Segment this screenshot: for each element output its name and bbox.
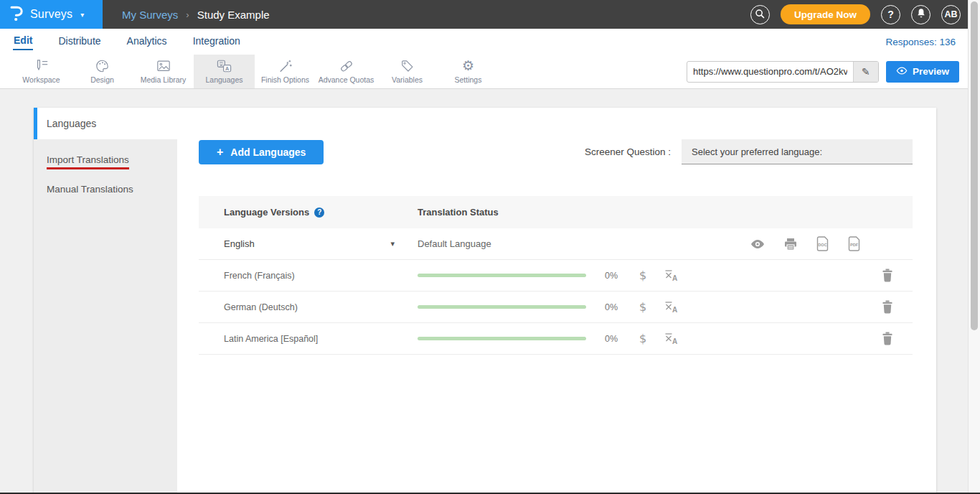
toolbar-label: Variables [392, 75, 423, 84]
breadcrumb-current: Study Example [197, 9, 270, 21]
pencil-icon: ✎ [862, 66, 870, 78]
vertical-scrollbar[interactable] [968, 0, 980, 494]
screener-question-group: Screener Question : Select your preferre… [585, 139, 913, 164]
svg-text:A: A [225, 65, 230, 72]
upgrade-now-button[interactable]: Upgrade Now [781, 4, 870, 24]
translation-progress-bar [418, 274, 586, 277]
translation-percent: 0% [605, 271, 625, 281]
language-name: French (Français) [224, 271, 295, 281]
default-language-name: English [224, 238, 255, 249]
table-header: Language Versions ? Translation Status [199, 196, 913, 228]
default-language-status: Default Language [418, 238, 491, 249]
translation-progress-bar [418, 305, 586, 309]
print-icon[interactable] [783, 238, 798, 251]
screener-question-value: Select your preferred language: [692, 146, 822, 157]
survey-link-group: ✎ Preview [687, 55, 980, 88]
topbar-actions: Upgrade Now ? AB [750, 0, 980, 29]
search-button[interactable] [750, 5, 770, 24]
search-icon [754, 8, 765, 22]
notifications-button[interactable] [911, 5, 930, 24]
translate-icon: A [216, 59, 232, 73]
toolbar-item-media-library[interactable]: Media Library [133, 55, 194, 88]
help-button[interactable]: ? [881, 5, 900, 24]
panel-main: + Add Languages Screener Question : Sele… [177, 108, 936, 494]
toolbar-item-workspace[interactable]: Workspace [11, 55, 72, 88]
palette-icon [95, 59, 110, 73]
page-content: Languages Import Translations Manual Tra… [0, 89, 980, 494]
sidebar-body: Import Translations Manual Translations [34, 139, 177, 494]
toolbar-label: Languages [206, 75, 243, 84]
sidebar-item-import-translations[interactable]: Import Translations [34, 145, 177, 174]
screener-question-label: Screener Question : [585, 146, 671, 157]
language-name: Latin America [Español] [224, 334, 318, 344]
responses-count[interactable]: Responses: 136 [885, 37, 958, 47]
sidebar-item-languages[interactable]: Languages [34, 108, 177, 139]
tab-edit[interactable]: Edit [13, 33, 33, 50]
toolbar-label: Media Library [141, 75, 187, 84]
actions-row: + Add Languages Screener Question : Sele… [199, 139, 913, 164]
svg-text:DOC: DOC [818, 243, 826, 247]
table-row-language: German (Deutsch) 0% $ A [199, 292, 913, 323]
toolbar-item-languages[interactable]: A Languages [194, 55, 255, 88]
question-mark-icon: ? [887, 9, 894, 20]
sidebar-title: Languages [47, 118, 96, 129]
brand-caret-icon: ▾ [80, 11, 84, 19]
translation-percent: 0% [605, 302, 625, 312]
toolbar-item-advance-quotas[interactable]: Advance Quotas [316, 55, 377, 88]
screener-question-select[interactable]: Select your preferred language: [682, 139, 913, 164]
toolbar-item-finish-options[interactable]: Finish Options [255, 55, 316, 88]
translation-progress-bar [418, 337, 586, 340]
scrollbar-thumb[interactable] [971, 1, 978, 330]
chevron-down-icon[interactable]: ▾ [390, 239, 395, 248]
export-doc-icon[interactable]: DOC [816, 236, 829, 251]
workspace-icon [34, 59, 50, 73]
preview-button[interactable]: Preview [886, 61, 959, 83]
auto-translate-icon[interactable]: A [664, 301, 679, 313]
col-translation-status: Translation Status [418, 207, 499, 218]
edit-url-button[interactable]: ✎ [853, 62, 878, 82]
edit-toolbar: Workspace Design Media Library [0, 55, 980, 89]
toolbar-label: Advance Quotas [319, 75, 374, 84]
delete-trash-icon[interactable] [882, 300, 893, 314]
tag-icon [400, 59, 415, 73]
table-row-language: French (Français) 0% $ A [199, 260, 913, 292]
delete-trash-icon[interactable] [882, 332, 893, 345]
panel-sidebar: Languages Import Translations Manual Tra… [34, 108, 177, 494]
auto-translate-icon[interactable]: A [664, 332, 679, 345]
toolbar-item-design[interactable]: Design [72, 55, 133, 88]
preview-label: Preview [913, 66, 949, 77]
toolbar-label: Design [90, 75, 114, 84]
toolbar-label: Finish Options [261, 75, 309, 84]
view-eye-icon[interactable] [750, 239, 765, 249]
export-pdf-icon[interactable]: PDF [847, 236, 861, 251]
image-icon [156, 59, 171, 73]
chain-links-icon [339, 59, 354, 73]
language-name: German (Deutsch) [224, 302, 298, 312]
paid-translation-icon[interactable]: $ [636, 269, 650, 282]
sidebar-item-manual-translations[interactable]: Manual Translations [34, 174, 177, 204]
section-nav: Edit Distribute Analytics Integration Re… [0, 29, 980, 55]
toolbar-item-variables[interactable]: Variables [377, 55, 438, 88]
toolbar-label: Settings [455, 75, 482, 84]
avatar[interactable]: AB [941, 5, 961, 24]
tab-integration[interactable]: Integration [192, 34, 241, 50]
add-languages-button[interactable]: + Add Languages [199, 140, 324, 164]
breadcrumb-my-surveys[interactable]: My Surveys [122, 9, 178, 21]
gear-icon: ⚙ [462, 59, 474, 73]
language-versions-table: Language Versions ? Translation Status E… [199, 196, 913, 355]
tab-distribute[interactable]: Distribute [57, 34, 101, 50]
breadcrumb-separator-icon: › [186, 9, 189, 20]
translation-percent: 0% [605, 334, 625, 344]
auto-translate-icon[interactable]: A [664, 269, 679, 281]
tab-analytics[interactable]: Analytics [126, 34, 168, 50]
toolbar-item-settings[interactable]: ⚙ Settings [438, 55, 499, 88]
survey-url-input[interactable] [687, 66, 853, 77]
paid-translation-icon[interactable]: $ [636, 332, 650, 345]
paid-translation-icon[interactable]: $ [636, 300, 650, 314]
svg-text:PDF: PDF [850, 243, 859, 247]
delete-trash-icon[interactable] [882, 269, 893, 282]
help-icon[interactable]: ? [314, 208, 324, 218]
brand-menu[interactable]: Surveys ▾ [0, 0, 103, 29]
avatar-initials: AB [944, 9, 957, 19]
magic-wand-icon [278, 59, 293, 73]
